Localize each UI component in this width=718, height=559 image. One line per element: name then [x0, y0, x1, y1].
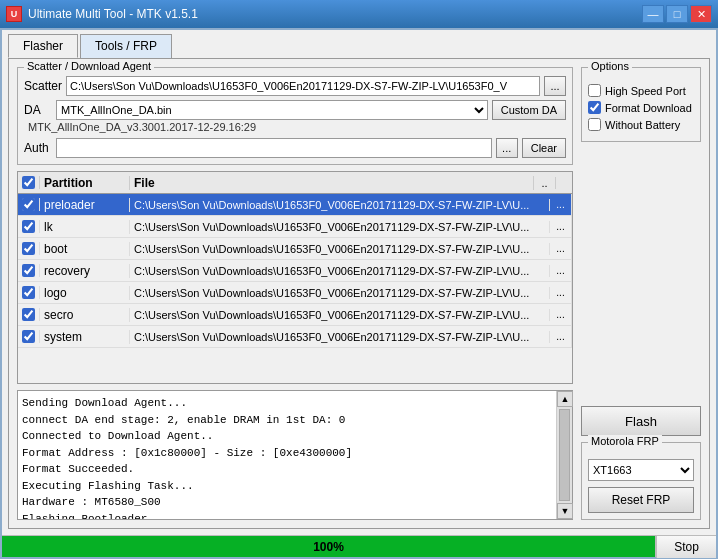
frp-title: Motorola FRP [588, 435, 662, 447]
title-bar: U Ultimate Multi Tool - MTK v1.5.1 — □ ✕ [0, 0, 718, 28]
tab-tools-frp[interactable]: Tools / FRP [80, 34, 172, 58]
options-group: Options High Speed Port Format Download … [581, 67, 701, 142]
row-partition-1: lk [40, 220, 130, 234]
table-row[interactable]: system C:\Users\Son Vu\Downloads\U1653F0… [18, 326, 572, 348]
da-combo[interactable]: MTK_AllInOne_DA.bin [56, 100, 488, 120]
row-browse-btn-4[interactable]: ... [550, 282, 572, 303]
row-browse-btn-2[interactable]: ... [550, 238, 572, 259]
maximize-button[interactable]: □ [666, 5, 688, 23]
row-file-0: C:\Users\Son Vu\Downloads\U1653F0_V006En… [130, 199, 550, 211]
scroll-up-arrow[interactable]: ▲ [557, 391, 573, 407]
high-speed-port-checkbox[interactable] [588, 84, 601, 97]
format-download-option: Format Download [588, 101, 694, 114]
reset-frp-button[interactable]: Reset FRP [588, 487, 694, 513]
row-file-6: C:\Users\Son Vu\Downloads\U1653F0_V006En… [130, 331, 550, 343]
without-battery-label: Without Battery [605, 119, 680, 131]
table-row[interactable]: secro C:\Users\Son Vu\Downloads\U1653F0_… [18, 304, 572, 326]
scatter-input[interactable] [66, 76, 540, 96]
custom-da-button[interactable]: Custom DA [492, 100, 566, 120]
row-check-3[interactable] [18, 264, 40, 277]
options-title: Options [588, 60, 632, 72]
right-panel: Options High Speed Port Format Download … [581, 67, 701, 520]
scatter-row: Scatter ... [24, 76, 566, 96]
th-check [18, 176, 40, 189]
progress-area: 100% [2, 536, 656, 557]
scatter-label: Scatter [24, 79, 62, 93]
table-row[interactable]: logo C:\Users\Son Vu\Downloads\U1653F0_V… [18, 282, 572, 304]
row-check-1[interactable] [18, 220, 40, 233]
row-check-4[interactable] [18, 286, 40, 299]
row-file-2: C:\Users\Son Vu\Downloads\U1653F0_V006En… [130, 243, 550, 255]
frp-group: Motorola FRP XT1663XT1562XT1580XT1650 Re… [581, 442, 701, 520]
da-info: MTK_AllInOne_DA_v3.3001.2017-12-29.16:29 [24, 120, 566, 134]
tab-content: Scatter / Download Agent Scatter ... DA … [8, 58, 710, 529]
high-speed-port-label: High Speed Port [605, 85, 686, 97]
log-area: Sending Download Agent... connect DA end… [17, 390, 573, 520]
th-dots: .. [534, 177, 556, 189]
row-file-5: C:\Users\Son Vu\Downloads\U1653F0_V006En… [130, 309, 550, 321]
row-partition-3: recovery [40, 264, 130, 278]
scatter-browse-button[interactable]: ... [544, 76, 566, 96]
tab-flasher[interactable]: Flasher [8, 34, 78, 58]
stop-button[interactable]: Stop [656, 536, 716, 558]
title-bar-controls: — □ ✕ [642, 5, 712, 23]
table-row[interactable]: boot C:\Users\Son Vu\Downloads\U1653F0_V… [18, 238, 572, 260]
close-button[interactable]: ✕ [690, 5, 712, 23]
frp-device-combo[interactable]: XT1663XT1562XT1580XT1650 [588, 459, 694, 481]
without-battery-checkbox[interactable] [588, 118, 601, 131]
row-browse-btn-0[interactable]: ... [550, 194, 572, 215]
auth-input[interactable] [56, 138, 492, 158]
row-browse-btn-1[interactable]: ... [550, 216, 572, 237]
flash-button[interactable]: Flash [581, 406, 701, 436]
format-download-checkbox[interactable] [588, 101, 601, 114]
scatter-download-group: Scatter / Download Agent Scatter ... DA … [17, 67, 573, 165]
progress-text: 100% [313, 540, 344, 554]
da-label: DA [24, 103, 52, 117]
high-speed-port-option: High Speed Port [588, 84, 694, 97]
row-partition-0: preloader [40, 198, 130, 212]
without-battery-option: Without Battery [588, 118, 694, 131]
row-browse-btn-3[interactable]: ... [550, 260, 572, 281]
title-bar-text: Ultimate Multi Tool - MTK v1.5.1 [28, 7, 642, 21]
auth-browse-button[interactable]: ... [496, 138, 518, 158]
scroll-thumb[interactable] [559, 409, 570, 501]
th-partition: Partition [40, 176, 130, 190]
app-icon: U [6, 6, 22, 22]
row-check-6[interactable] [18, 330, 40, 343]
main-window: Flasher Tools / FRP Scatter / Download A… [0, 28, 718, 559]
clear-button[interactable]: Clear [522, 138, 566, 158]
row-browse-btn-5[interactable]: ... [550, 304, 572, 325]
auth-row: Auth ... Clear [24, 138, 566, 158]
table-row[interactable]: preloader C:\Users\Son Vu\Downloads\U165… [18, 194, 572, 216]
status-bar: 100% Stop [2, 535, 716, 557]
table-row[interactable]: recovery C:\Users\Son Vu\Downloads\U1653… [18, 260, 572, 282]
scatter-group-title: Scatter / Download Agent [24, 60, 154, 72]
row-file-1: C:\Users\Son Vu\Downloads\U1653F0_V006En… [130, 221, 550, 233]
row-file-3: C:\Users\Son Vu\Downloads\U1653F0_V006En… [130, 265, 550, 277]
row-check-0[interactable] [18, 198, 40, 211]
table-body: preloader C:\Users\Son Vu\Downloads\U165… [18, 194, 572, 383]
auth-label: Auth [24, 141, 52, 155]
row-check-5[interactable] [18, 308, 40, 321]
row-partition-2: boot [40, 242, 130, 256]
row-partition-6: system [40, 330, 130, 344]
table-row[interactable]: lk C:\Users\Son Vu\Downloads\U1653F0_V00… [18, 216, 572, 238]
tab-bar: Flasher Tools / FRP [2, 30, 716, 58]
row-file-4: C:\Users\Son Vu\Downloads\U1653F0_V006En… [130, 287, 550, 299]
scroll-down-arrow[interactable]: ▼ [557, 503, 573, 519]
minimize-button[interactable]: — [642, 5, 664, 23]
left-panel: Scatter / Download Agent Scatter ... DA … [17, 67, 573, 520]
format-download-label: Format Download [605, 102, 692, 114]
select-all-checkbox[interactable] [22, 176, 35, 189]
row-partition-4: logo [40, 286, 130, 300]
spacer [581, 148, 701, 400]
row-browse-btn-6[interactable]: ... [550, 326, 572, 347]
log-text: Sending Download Agent... connect DA end… [18, 391, 556, 519]
row-check-2[interactable] [18, 242, 40, 255]
table-header: Partition File .. [18, 172, 572, 194]
row-partition-5: secro [40, 308, 130, 322]
da-row: DA MTK_AllInOne_DA.bin Custom DA [24, 100, 566, 120]
th-file: File [130, 176, 534, 190]
log-scrollbar[interactable]: ▲ ▼ [556, 391, 572, 519]
partition-table: Partition File .. preloader C:\Users\Son… [17, 171, 573, 384]
